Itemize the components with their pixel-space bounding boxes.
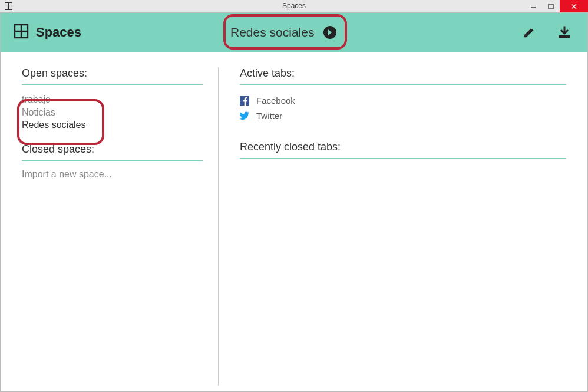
current-space-name: Redes sociales [230, 25, 314, 39]
app-header: Spaces Redes sociales [1, 13, 587, 52]
space-item[interactable]: Noticias [22, 106, 203, 119]
sidebar: Open spaces: trabajo Noticias Redes soci… [6, 67, 219, 386]
edit-button[interactable] [521, 25, 537, 40]
window-titlebar: Spaces [0, 0, 588, 12]
tab-item[interactable]: Twitter [240, 108, 566, 124]
main-panel: Active tabs: Facebook Twitter Re [219, 67, 582, 386]
svg-rect-11 [559, 35, 570, 38]
active-tabs-heading: Active tabs: [240, 67, 566, 80]
divider [22, 84, 203, 85]
recently-closed-heading: Recently closed tabs: [240, 141, 566, 153]
svg-rect-4 [549, 4, 553, 9]
arrow-right-circle-icon[interactable] [322, 25, 338, 40]
content: Open spaces: trabajo Noticias Redes soci… [1, 52, 587, 391]
divider [240, 84, 566, 85]
header-current-space[interactable]: Redes sociales [230, 25, 338, 40]
space-item-active[interactable]: Redes sociales [22, 118, 203, 131]
window-controls [524, 0, 588, 12]
twitter-icon [240, 111, 249, 120]
app-title: Spaces [36, 25, 81, 40]
minimize-button[interactable] [524, 0, 542, 12]
tab-label: Facebook [256, 93, 295, 108]
header-left: Spaces [14, 24, 81, 41]
facebook-icon [240, 96, 249, 106]
download-button[interactable] [557, 25, 572, 40]
window-title: Spaces [282, 2, 306, 10]
header-actions [521, 25, 572, 40]
import-space-link[interactable]: Import a new space... [22, 169, 203, 180]
grid-icon [14, 24, 29, 41]
tab-label: Twitter [256, 108, 282, 124]
app-icon [4, 1, 13, 11]
active-tabs-list: Facebook Twitter [240, 93, 566, 123]
open-spaces-heading: Open spaces: [22, 67, 203, 80]
closed-spaces-heading: Closed spaces: [22, 143, 203, 156]
window-body: Spaces Redes sociales [0, 12, 588, 392]
tab-item[interactable]: Facebook [240, 93, 566, 108]
divider [22, 160, 203, 161]
space-item[interactable]: trabajo [22, 93, 203, 106]
divider [240, 158, 566, 159]
maximize-button[interactable] [542, 0, 560, 12]
open-spaces-list: trabajo Noticias Redes sociales [22, 93, 203, 131]
close-button[interactable] [560, 0, 588, 12]
